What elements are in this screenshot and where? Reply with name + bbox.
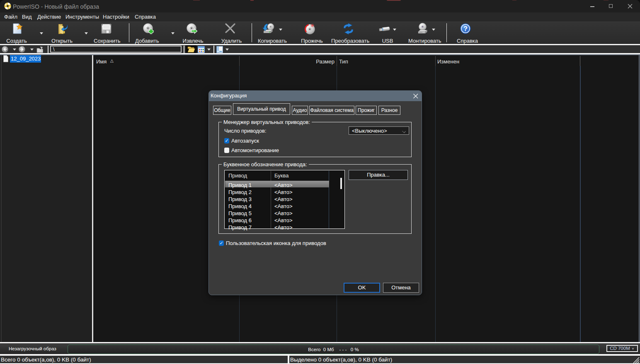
svg-text:?: ? xyxy=(463,25,468,32)
